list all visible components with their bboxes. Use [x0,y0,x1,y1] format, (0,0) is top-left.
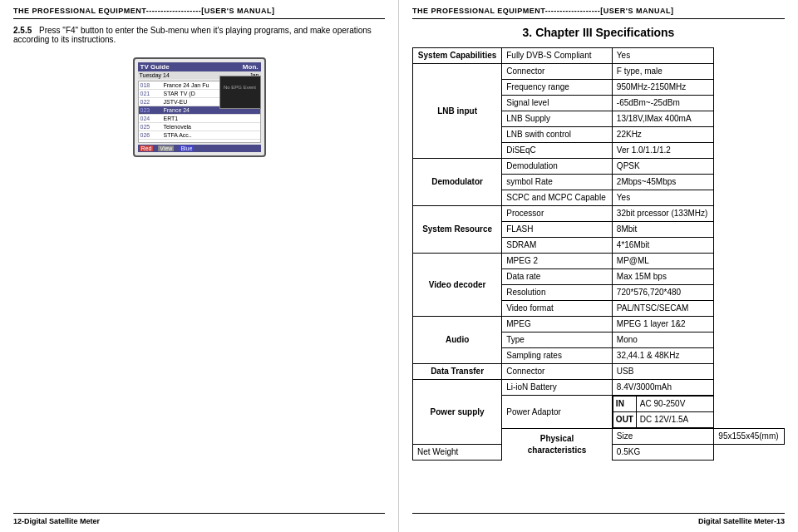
left-header-text: THE PROFESSIONAL EQUIPMENT--------------… [13,7,274,15]
tv-row: 024 ERT1 [139,115,260,123]
spec-label: Demodulation [502,159,613,175]
spec-value: QPSK [612,159,713,175]
right-footer-text: Digital Satellite Meter-13 [698,517,785,525]
spec-value: 0.5KG [612,445,713,461]
left-page: THE PROFESSIONAL EQUIPMENT--------------… [0,0,399,532]
cat-audio: Audio [413,317,502,364]
spec-value: 95x155x45(mm) [714,429,785,445]
spec-value: 950MHz-2150MHz [612,80,713,96]
spec-value: 22KHz [612,127,713,143]
spec-value: -65dBm~-25dBm [612,96,713,111]
cat-lnb: LNB input [413,64,502,159]
table-row: LNB input Connector F type, male [413,64,785,80]
spec-label: Sampling rates [502,348,613,364]
spec-value: USB [612,364,713,380]
spec-label: Connector [502,64,613,80]
spec-label: Signal level [502,96,613,111]
cat-video-decoder: Video decoder [413,254,502,317]
spec-value: F type, male [612,64,713,80]
tv-weekday: Tuesday 14 [140,72,170,78]
spec-value: 32,44.1 & 48KHz [612,348,713,364]
tv-btn-red: Red [140,145,154,151]
spec-value: MP@ML [612,254,713,269]
table-row: Demodulator Demodulation QPSK [413,159,785,175]
table-row: Audio MPEG MPEG 1 layer 1&2 [413,317,785,332]
left-footer: 12-Digital Satellite Meter [13,513,385,525]
tv-bottom-bar: Red View Blue [138,145,261,152]
section-title: Press "F4" button to enter the Sub-menu … [13,26,372,44]
cat-data-transfer: Data Transfer [413,364,502,380]
chapter-heading: 3. Chapter III Specifications [412,26,785,39]
table-row: System Capabilities Fully DVB-S Complian… [413,48,785,64]
specs-table: System Capabilities Fully DVB-S Complian… [412,47,785,461]
spec-label: Frequency range [502,80,613,96]
spec-label: Li-ioN Battery [502,380,613,396]
spec-value: MPEG 1 layer 1&2 [612,317,713,332]
cat-physical: Physicalcharacteristics [502,429,613,461]
spec-value: Ver 1.0/1.1/1.2 [612,143,713,159]
right-header: THE PROFESSIONAL EQUIPMENT--------------… [412,7,785,19]
spec-value: Yes [612,190,713,206]
table-row: System Resource Processor 32bit prcessor… [413,206,785,222]
spec-value: Yes [612,48,713,64]
spec-value: 32bit prcessor (133MHz) [612,206,713,222]
spec-value: 4*16Mbit [612,238,713,254]
spec-label: DiSEqC [502,143,613,159]
tv-btn-blue: Blue [179,145,194,151]
spec-label: symbol Rate [502,175,613,190]
spec-label: MPEG 2 [502,254,613,269]
spec-label: SDRAM [502,238,613,254]
spec-value: IN AC 90-250V OUT DC 12V/1.5A [613,396,714,428]
spec-value: PAL/NTSC/SECAM [612,301,713,317]
cat-power-supply: Power supply [413,380,502,445]
spec-value: Max 15M bps [612,269,713,285]
spec-label: MPEG [502,317,613,332]
tv-row: 025 Telenovela [139,123,260,131]
table-row: Video decoder MPEG 2 MP@ML [413,254,785,269]
spec-label: Power Adaptor [502,396,613,429]
right-page: THE PROFESSIONAL EQUIPMENT--------------… [399,0,798,532]
spec-value: Mono [612,332,713,348]
spec-label: FLASH [502,222,613,238]
cat-demodulator: Demodulator [413,159,502,206]
spec-label: Data rate [502,269,613,285]
tv-date: Mon. [243,63,259,71]
tv-title-bar: TV Guide Mon. [138,62,261,71]
tv-guide-screen: TV Guide Mon. Tuesday 14 Jan 018 France … [133,57,266,157]
right-header-text: THE PROFESSIONAL EQUIPMENT--------------… [412,7,673,15]
spec-label: Type [502,332,613,348]
spec-value: 8.4V/3000mAh [612,380,713,396]
tv-preview: No EPG Event [219,76,261,109]
table-row: Power supply Li-ioN Battery 8.4V/3000mAh [413,380,785,396]
spec-label: Video format [502,301,613,317]
table-row: Data Transfer Connector USB [413,364,785,380]
spec-label: Processor [502,206,613,222]
cat-system-resource: System Resource [413,206,502,254]
spec-label: Resolution [502,285,613,301]
spec-label: Net Weight [413,445,502,461]
spec-label: SCPC and MCPC Capable [502,190,613,206]
spec-value: 2Mbps~45Mbps [612,175,713,190]
left-footer-text: 12-Digital Satellite Meter [13,517,100,525]
tv-btn-view: View [158,145,174,151]
page: THE PROFESSIONAL EQUIPMENT--------------… [0,0,798,532]
spec-label: Fully DVB-S Compliant [502,48,613,64]
spec-label: LNB swith control [502,127,613,143]
tv-row: 026 STFA Acc.. [139,131,260,140]
right-footer: Digital Satellite Meter-13 [412,513,785,525]
spec-label: Size [612,429,713,445]
spec-value: 720*576,720*480 [612,285,713,301]
section-number-block: 2.5.5 Press "F4" button to enter the Sub… [13,26,385,44]
spec-label: Connector [502,364,613,380]
left-header: THE PROFESSIONAL EQUIPMENT--------------… [13,7,385,19]
no-epg-text: No EPG Event [220,83,260,91]
tv-title: TV Guide [140,63,170,71]
spec-label: LNB Supply [502,111,613,127]
spec-value: 13/18V,IMax 400mA [612,111,713,127]
section-number: 2.5.5 [13,26,32,35]
spec-value: 8Mbit [612,222,713,238]
cat-system-capabilities: System Capabilities [413,48,502,64]
